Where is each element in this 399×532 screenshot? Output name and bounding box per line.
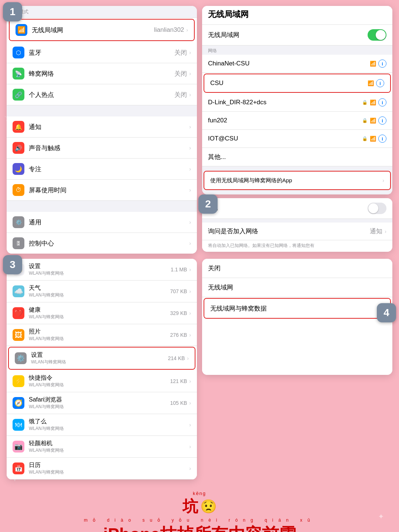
app-size-weather: 707 KB	[170, 288, 187, 294]
cellular-row[interactable]: 📡 蜂窝网络 关闭 ›	[7, 63, 197, 84]
wifi-other-row[interactable]: 其他...	[202, 148, 392, 166]
app-row-eleme[interactable]: 🍽 饿了么 WLAN与蜂窝网络 ›	[7, 414, 197, 436]
wifi-network-chinanet[interactable]: ChinaNet-CSU 📶 i	[202, 55, 392, 73]
info-button-iotcsu[interactable]: i	[378, 135, 386, 143]
wifi-icons-dlink: 🔒 📶 i	[362, 98, 386, 106]
bluetooth-row[interactable]: ⬡ 蓝牙 关闭 ›	[7, 42, 197, 63]
wifi-value: lianlian302	[154, 26, 184, 34]
lock-icon-fun202: 🔒	[362, 118, 368, 123]
app-size-0: 1.1 MB	[171, 267, 187, 272]
app-info-photos: 照片 WLAN与蜂窝网络	[29, 328, 170, 342]
section-gap-2	[7, 201, 197, 212]
panel-4-options: 关闭 无线域网 无线域网与蜂窝数据 ✓	[202, 259, 392, 375]
ask-join-label: 询问是否加入网络	[208, 227, 370, 235]
lock-icon-dlink: 🔒	[362, 100, 368, 105]
api-toggle[interactable]	[368, 203, 386, 214]
general-label: 通用	[29, 218, 189, 227]
app-icon-camera: 📷	[13, 441, 24, 453]
app-info-calendar: 日历 WLAN与蜂窝网络	[29, 461, 189, 475]
wifi-icons-csu: 📶 i	[368, 79, 384, 87]
app-size-shortcuts: 121 KB	[170, 378, 187, 384]
general-icon: ⚙️	[13, 216, 24, 228]
app-icon-eleme: 🍽	[13, 419, 24, 431]
wifi-network-fun202[interactable]: fun202 🔒 📶 i	[202, 112, 392, 130]
bluetooth-label: 蓝牙	[29, 48, 174, 57]
option-wifi[interactable]: 无线域网	[202, 278, 392, 297]
controlcenter-row[interactable]: 🎛 控制中心 ›	[7, 233, 197, 254]
app-info-settings: 设置 WLAN与蜂窝网络	[31, 351, 168, 365]
panel-2-wifi: 无线局域网 无线局域网 网络 ChinaNet-CSU 📶 i	[202, 6, 392, 194]
option-wifi-cellular-label: 无线域网与蜂窝数据	[210, 304, 378, 313]
general-row[interactable]: ⚙️ 通用 ›	[7, 212, 197, 233]
app-row-safari[interactable]: 🧭 Safari浏览器 WLAN与蜂窝网络 105 KB ›	[7, 392, 197, 414]
api-row[interactable]: API	[202, 198, 392, 219]
focus-label: 专注	[29, 165, 189, 173]
ask-join-row[interactable]: 询问是否加入网络 通知 ›	[202, 223, 392, 240]
app-row-health[interactable]: ❤️ 健康 WLAN与蜂窝网络 329 KB ›	[7, 302, 197, 324]
notifications-row[interactable]: 🔔 通知 ›	[7, 116, 197, 138]
wifi-icons-fun202: 🔒 📶 i	[362, 116, 386, 125]
option-wifi-label: 无线域网	[208, 283, 386, 292]
keng-pinyin: kēng	[183, 491, 217, 496]
wifi-network-csu[interactable]: CSU 📶 i	[204, 74, 390, 92]
wifi-name-dlink: D-Link_DIR-822+dcs	[208, 99, 362, 106]
wifi-signal-dlink: 📶	[370, 99, 376, 105]
cellular-value: 关闭	[174, 70, 187, 78]
screentime-row[interactable]: ⏱ 屏幕使用时间 ›	[7, 180, 197, 201]
app-info-shortcuts: 快捷指令 WLAN与蜂窝网络	[29, 374, 170, 388]
app-icon-shortcuts: ⚡	[13, 375, 24, 387]
ask-join-value: 通知	[370, 227, 382, 235]
app-icon-safari: 🧭	[13, 397, 24, 409]
wifi-network-dlink[interactable]: D-Link_DIR-822+dcs 🔒 📶 i	[202, 94, 392, 112]
wifi-gap-2	[202, 191, 392, 194]
app-row-0[interactable]: 📁 设置 WLAN与蜂窝网络 1.1 MB ›	[7, 259, 197, 281]
app-info-eleme: 饿了么 WLAN与蜂窝网络	[29, 418, 189, 432]
cellular-icon: 📡	[13, 68, 24, 79]
app-icon-weather: ☁️	[13, 285, 24, 297]
hotspot-icon: 🔗	[13, 89, 24, 101]
wifi-settings-row[interactable]: 📶 无线局域网 lianlian302 ›	[10, 20, 194, 40]
app-row-shortcuts[interactable]: ⚡ 快捷指令 WLAN与蜂窝网络 121 KB ›	[7, 370, 197, 392]
step-1-badge: 1	[3, 2, 22, 21]
keng-emoji: 😟	[200, 499, 217, 514]
wifi-name-csu: CSU	[210, 79, 368, 87]
hotspot-value: 关闭	[174, 91, 187, 99]
wifi-chevron: ›	[186, 27, 188, 33]
app-row-camera[interactable]: 📷 轻颜相机 WLAN与蜂窝网络 ›	[7, 436, 197, 458]
option-wifi-cellular[interactable]: 无线域网与蜂窝数据 ✓	[204, 299, 390, 318]
panel-1-settings: v1 模式 📶 无线局域网 lianlian302 ›	[7, 6, 197, 254]
options-empty-space	[202, 319, 392, 375]
app-icon-settings: ⚙️	[15, 352, 27, 364]
screentime-icon: ⏱	[13, 184, 24, 196]
main-pinyin-1: mǒ diào suǒ yǒu nèi róng qián xū	[7, 518, 392, 523]
app-row-settings-highlighted[interactable]: ⚙️ 设置 WLAN与蜂窝网络 214 KB ›	[9, 348, 195, 369]
wifi-toggle-row[interactable]: 无线局域网	[202, 25, 392, 45]
app-row-calendar[interactable]: 📅 日历 WLAN与蜂窝网络 ›	[7, 458, 197, 480]
info-button-csu[interactable]: i	[376, 79, 384, 87]
api-gap	[202, 219, 392, 223]
wifi-panel-title: 无线局域网	[208, 9, 386, 20]
info-button-chinanet[interactable]: i	[378, 60, 386, 68]
hotspot-label: 个人热点	[29, 91, 174, 99]
app-wifi-usage-row[interactable]: 使用无线局域网与蜂窝网络的App ›	[204, 172, 390, 189]
bottom-text-section: kēng 坑 😟 mǒ diào suǒ yǒu nèi róng qián x…	[7, 487, 392, 532]
info-button-dlink[interactable]: i	[378, 98, 386, 106]
wifi-icons-chinanet: 📶 i	[370, 60, 386, 68]
focus-row[interactable]: 🌙 专注 ›	[7, 159, 197, 180]
info-button-fun202[interactable]: i	[378, 116, 386, 125]
app-row-weather[interactable]: ☁️ 天气 WLAN与蜂窝网络 707 KB ›	[7, 281, 197, 302]
option-off[interactable]: 关闭	[202, 259, 392, 278]
sounds-icon: 🔊	[13, 142, 24, 154]
wifi-network-iotcsu[interactable]: IOT@CSU 🔒 📶 i	[202, 130, 392, 148]
screentime-label: 屏幕使用时间	[29, 186, 189, 194]
wifi-toggle[interactable]	[368, 29, 386, 41]
app-row-photos[interactable]: 🖼 照片 WLAN与蜂窝网络 276 KB ›	[7, 324, 197, 346]
controlcenter-icon: 🎛	[13, 237, 24, 249]
sounds-row[interactable]: 🔊 声音与触感 ›	[7, 138, 197, 159]
app-info-0: 设置 WLAN与蜂窝网络	[29, 262, 171, 277]
section-gap-1	[7, 105, 197, 116]
main-title-line1: iPhone抹掉所有内容前需	[7, 524, 392, 532]
wifi-signal-iotcsu: 📶	[370, 136, 376, 142]
hotspot-row[interactable]: 🔗 个人热点 关闭 ›	[7, 84, 197, 105]
app-icon-photos: 🖼	[13, 329, 24, 341]
